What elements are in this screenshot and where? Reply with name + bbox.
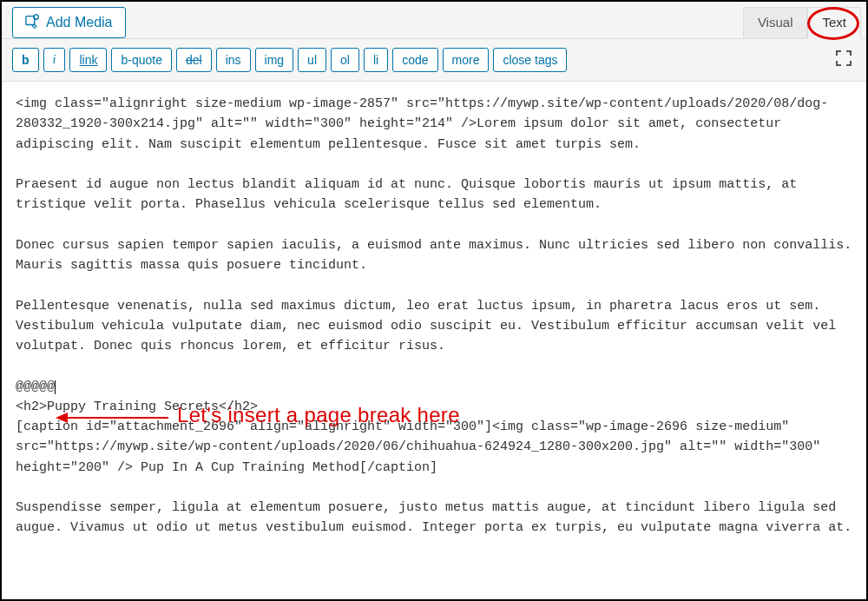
qt-italic-button[interactable]: i <box>43 48 66 72</box>
add-media-label: Add Media <box>46 15 113 30</box>
qt-img-button[interactable]: img <box>255 48 294 72</box>
qt-ins-button[interactable]: ins <box>216 48 251 72</box>
editor-paragraph: <img class="alignright size-medium wp-im… <box>16 96 828 152</box>
fullscreen-icon[interactable] <box>832 46 856 74</box>
editor-paragraph: Pellentesque venenatis, nulla sed maximu… <box>16 299 844 354</box>
editor-paragraph: Praesent id augue non lectus blandit ali… <box>16 177 805 212</box>
tab-visual[interactable]: Visual <box>743 7 808 38</box>
editor-paragraph: Donec cursus sapien tempor sapien iaculi… <box>16 238 859 273</box>
qt-bquote-button[interactable]: b-quote <box>111 48 171 72</box>
editor-paragraph: <h2>Puppy Training Secrets</h2> <box>16 400 258 414</box>
media-icon <box>25 13 41 32</box>
qt-close-button[interactable]: close tags <box>493 48 567 72</box>
editor-marker: @@@@@ <box>16 380 55 394</box>
editor-tabs: Visual Text <box>743 7 861 38</box>
qt-ol-button[interactable]: ol <box>331 48 359 72</box>
editor-paragraph: [caption id="attachment_2696" align="ali… <box>16 419 828 475</box>
qt-del-button[interactable]: del <box>176 48 212 72</box>
quicktags-toolbar: b i link b-quote del ins img ul ol li co… <box>2 39 866 82</box>
editor-media-toolbar: Add Media Visual Text <box>2 2 866 39</box>
text-cursor <box>55 380 56 394</box>
tab-text[interactable]: Text <box>807 7 861 39</box>
qt-bold-button[interactable]: b <box>12 48 39 72</box>
qt-link-button[interactable]: link <box>69 48 107 72</box>
qt-code-button[interactable]: code <box>392 48 437 72</box>
text-editor-content[interactable]: <img class="alignright size-medium wp-im… <box>2 82 866 551</box>
quicktags-buttons: b i link b-quote del ins img ul ol li co… <box>12 48 567 72</box>
qt-more-button[interactable]: more <box>443 48 490 72</box>
add-media-button[interactable]: Add Media <box>12 7 126 38</box>
qt-ul-button[interactable]: ul <box>298 48 326 72</box>
qt-li-button[interactable]: li <box>364 48 388 72</box>
editor-paragraph: Suspendisse semper, ligula at elementum … <box>16 500 852 535</box>
